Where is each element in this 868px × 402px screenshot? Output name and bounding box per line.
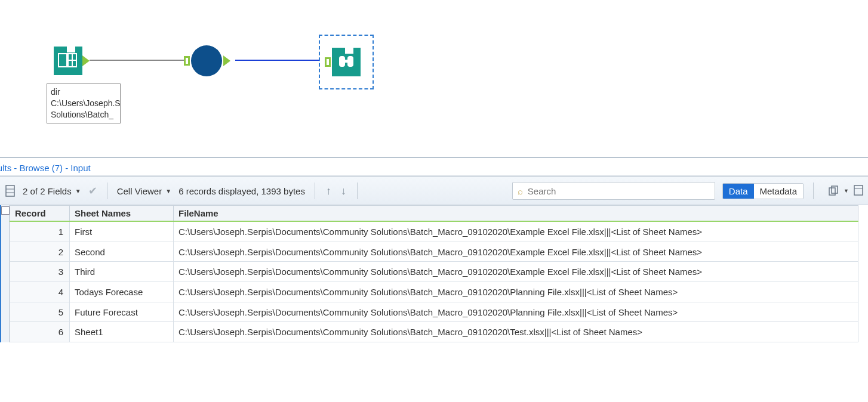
row-selector-gutter[interactable]: [0, 205, 10, 342]
cell-sheet[interactable]: Sheet1: [70, 322, 174, 342]
chevron-down-icon: ▼: [165, 188, 171, 194]
arrow-up-icon[interactable]: ↑: [325, 185, 333, 197]
column-header-record[interactable]: Record: [10, 206, 70, 222]
cell-record[interactable]: 4: [10, 282, 70, 302]
table-row[interactable]: 2SecondC:\Users\Joseph.Serpis\Documents\…: [10, 242, 858, 262]
arrow-down-icon[interactable]: ↓: [340, 185, 347, 197]
cell-filename[interactable]: C:\Users\Joseph.Serpis\Documents\Communi…: [174, 262, 858, 282]
table-row[interactable]: 5Future ForecastC:\Users\Joseph.Serpis\D…: [10, 302, 858, 322]
cell-sheet[interactable]: First: [70, 221, 174, 242]
search-icon: ⌕: [518, 186, 523, 196]
fields-dropdown-label: 2 of 2 Fields: [23, 186, 72, 196]
column-header-filename[interactable]: FileName: [174, 206, 858, 222]
input-anchor[interactable]: [325, 57, 331, 67]
cell-sheet[interactable]: Second: [70, 242, 174, 262]
browse-tool-selected[interactable]: [319, 35, 374, 89]
cell-filename[interactable]: C:\Users\Joseph.Serpis\Documents\Communi…: [174, 302, 858, 322]
layout-icon[interactable]: [5, 184, 16, 197]
cell-viewer-label: Cell Viewer: [117, 186, 162, 196]
search-box[interactable]: ⌕: [512, 182, 715, 200]
cell-filename[interactable]: C:\Users\Joseph.Serpis\Documents\Communi…: [174, 221, 858, 242]
fields-dropdown[interactable]: 2 of 2 Fields ▼: [23, 186, 81, 196]
browse-tool[interactable]: [332, 48, 361, 76]
svg-rect-10: [829, 188, 835, 195]
column-header-sheet[interactable]: Sheet Names: [70, 206, 174, 222]
data-metadata-tabs: Data Metadata: [722, 183, 804, 199]
cell-record[interactable]: 1: [10, 221, 70, 242]
panel-icon[interactable]: [854, 185, 863, 197]
book-open-icon: [57, 51, 79, 70]
connection-wire: [90, 60, 185, 61]
svg-rect-7: [6, 185, 14, 196]
check-icon[interactable]: ✔: [88, 184, 97, 197]
tab-data[interactable]: Data: [723, 184, 754, 199]
table-row[interactable]: 4Todays ForecaseC:\Users\Joseph.Serpis\D…: [10, 282, 858, 302]
cell-sheet[interactable]: Future Forecast: [70, 302, 174, 322]
chevron-down-icon[interactable]: ▼: [844, 188, 849, 194]
copy-icon[interactable]: [828, 185, 839, 196]
cell-record[interactable]: 5: [10, 302, 70, 322]
svg-rect-6: [344, 60, 349, 63]
table-row[interactable]: 1FirstC:\Users\Joseph.Serpis\Documents\C…: [10, 221, 858, 242]
tool-annotation: dir C:\Users\Joseph.Serpis\Documents\Com…: [47, 84, 121, 123]
cell-viewer-dropdown[interactable]: Cell Viewer ▼: [117, 186, 172, 196]
output-anchor[interactable]: [223, 55, 230, 66]
cell-sheet[interactable]: Todays Forecase: [70, 282, 174, 302]
search-input[interactable]: [528, 186, 710, 196]
cell-filename[interactable]: C:\Users\Joseph.Serpis\Documents\Communi…: [174, 242, 858, 262]
output-anchor[interactable]: [82, 55, 90, 66]
cell-record[interactable]: 6: [10, 322, 70, 342]
tab-metadata[interactable]: Metadata: [754, 184, 804, 199]
connection-wire: [235, 60, 319, 61]
svg-rect-11: [832, 186, 838, 193]
results-table: Record Sheet Names FileName 1FirstC:\Use…: [10, 205, 858, 342]
svg-rect-0: [59, 54, 67, 67]
cell-record[interactable]: 3: [10, 262, 70, 282]
cell-record[interactable]: 2: [10, 242, 70, 262]
input-data-tool[interactable]: [54, 47, 82, 75]
svg-rect-12: [854, 185, 863, 195]
workflow-canvas[interactable]: dir C:\Users\Joseph.Serpis\Documents\Com…: [0, 0, 868, 158]
table-header-row: Record Sheet Names FileName: [10, 206, 858, 222]
results-toolbar: 2 of 2 Fields ▼ ✔ Cell Viewer ▼ 6 record…: [0, 177, 868, 205]
record-status-text: 6 records displayed, 1393 bytes: [178, 186, 305, 196]
cell-filename[interactable]: C:\Users\Joseph.Serpis\Documents\Communi…: [174, 322, 858, 342]
results-panel-title[interactable]: esults - Browse (7) - Input: [0, 158, 868, 175]
macro-tool[interactable]: [191, 45, 222, 76]
table-row[interactable]: 3ThirdC:\Users\Joseph.Serpis\Documents\C…: [10, 262, 858, 282]
cell-filename[interactable]: C:\Users\Joseph.Serpis\Documents\Communi…: [174, 282, 858, 302]
chevron-down-icon: ▼: [75, 188, 81, 194]
cell-sheet[interactable]: Third: [70, 262, 174, 282]
binoculars-icon: [338, 54, 355, 70]
input-anchor[interactable]: [184, 56, 190, 66]
table-row[interactable]: 6Sheet1C:\Users\Joseph.Serpis\Documents\…: [10, 322, 858, 342]
